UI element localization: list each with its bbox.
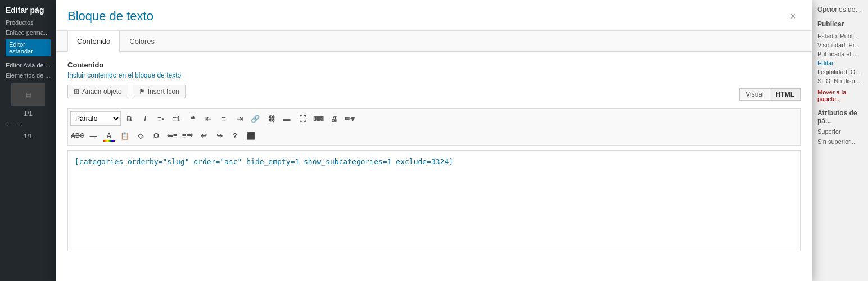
editar-link[interactable]: Editar [817, 60, 862, 66]
modal-header: Bloque de texto × [56, 0, 812, 31]
publicar-title: Publicar [817, 20, 862, 28]
add-object-label: Añadir objeto [82, 88, 122, 96]
outdent-button[interactable]: ⬅≡ [165, 128, 179, 143]
preview-icon: ▤ [26, 92, 31, 98]
visual-view-button[interactable]: Visual [739, 88, 769, 101]
next-arrow[interactable]: → [16, 120, 24, 129]
ordered-list-button[interactable]: ≡1 [169, 111, 184, 126]
editor-standard-btn[interactable]: Editor estándar [6, 39, 51, 56]
preview-box: ▤ [11, 83, 45, 106]
content-section-label: Contenido [67, 61, 801, 69]
add-object-icon: ⊞ [74, 88, 79, 96]
clear-format-button[interactable]: ◇ [133, 128, 148, 143]
link-button[interactable]: 🔗 [248, 111, 263, 126]
fullscreen-button[interactable]: ⛶ [295, 111, 310, 126]
paragraph-select[interactable]: Párrafo [70, 111, 121, 126]
html-view-button[interactable]: HTML [770, 88, 801, 101]
add-object-button[interactable]: ⊞ Añadir objeto [67, 85, 128, 98]
estado-status: Estado: Publi... [817, 33, 862, 39]
bottom-count: 1/1 [6, 133, 51, 139]
nav-arrows: ← → [6, 120, 51, 129]
toolbar-row-2: ABC — A 📋 ◇ Ω ⬅≡ ≡⮕ ↩ ↪ ? ⬛ [70, 128, 798, 143]
insert-icon-button[interactable]: ⚑ Insert Icon [133, 85, 186, 98]
special-char-button[interactable]: Ω [149, 128, 164, 143]
prev-arrow[interactable]: ← [6, 120, 13, 129]
editor-content-area[interactable]: [categories orderby="slug" order="asc" h… [67, 150, 801, 251]
modal-tabs: Contenido Colores [56, 31, 812, 52]
unordered-list-button[interactable]: ≡• [153, 111, 168, 126]
atributos-label: Atributos de pá... [817, 109, 862, 125]
visibilidad-status: Visibilidad: Pr... [817, 42, 862, 48]
page-count: 1/1 [6, 110, 51, 117]
source-button[interactable]: ⬛ [243, 128, 258, 143]
redo-button[interactable]: ↪ [212, 128, 227, 143]
pencil-button[interactable]: ✏▾ [342, 111, 357, 126]
breadcrumb: Productos [6, 19, 51, 26]
elements-label: Elementos de ... [6, 72, 51, 79]
tab-contenido[interactable]: Contenido [67, 31, 120, 52]
superior-label: Superior [817, 128, 862, 135]
sin-superior-label: Sin superior... [817, 138, 862, 145]
modal-body: Contenido Incluir contenido en el bloque… [56, 52, 812, 281]
blockquote-button[interactable]: ❝ [185, 111, 200, 126]
bold-button[interactable]: B [122, 111, 137, 126]
toolbar-row-1: Párrafo B I ≡• ≡1 ❝ ⇤ ≡ ⇥ 🔗 ⛓ ▬ ⛶ ⌨ 🖨 ✏▾ [70, 111, 798, 126]
editor-toolbar: Párrafo B I ≡• ≡1 ❝ ⇤ ≡ ⇥ 🔗 ⛓ ▬ ⛶ ⌨ 🖨 ✏▾ [67, 108, 801, 146]
shortcode-text: [categories orderby="slug" order="asc" h… [75, 157, 453, 166]
publicada-status: Publicada el... [817, 51, 862, 57]
page-title: Editar pág [6, 6, 51, 15]
print-button[interactable]: 🖨 [327, 111, 341, 126]
modal-close-button[interactable]: × [785, 9, 801, 24]
help-button[interactable]: ? [228, 128, 242, 143]
opciones-label: Opciones de... [817, 6, 862, 13]
tab-colores[interactable]: Colores [120, 31, 164, 52]
insert-icon-label: Insert Icon [148, 88, 179, 96]
mover-link[interactable]: Mover a la papele... [817, 89, 862, 102]
action-buttons: ⊞ Añadir objeto ⚑ Insert Icon [67, 85, 186, 98]
paste-button[interactable]: 📋 [117, 128, 132, 143]
content-section-sublabel: Incluir contenido en el bloque de texto [67, 71, 801, 79]
align-center-button[interactable]: ≡ [216, 111, 231, 126]
seo-status: SEO: No disp... [817, 78, 862, 84]
align-left-button[interactable]: ⇤ [201, 111, 215, 126]
permanent-link: Enlace perma... [6, 29, 51, 36]
insert-icon-symbol: ⚑ [139, 88, 145, 96]
legibilidad-status: Legibilidad: O... [817, 69, 862, 75]
modal-dialog: Bloque de texto × Contenido Colores Cont… [56, 0, 812, 281]
align-right-button[interactable]: ⇥ [232, 111, 247, 126]
keyboard-shortcut-button[interactable]: ⌨ [311, 111, 326, 126]
horizontal-rule-button[interactable]: ▬ [279, 111, 294, 126]
unlink-button[interactable]: ⛓ [264, 111, 278, 126]
horizontal-line-button[interactable]: — [86, 128, 101, 143]
italic-button[interactable]: I [138, 111, 152, 126]
modal-title: Bloque de texto [67, 9, 153, 24]
left-sidebar: Editar pág Productos Enlace perma... Edi… [0, 0, 56, 281]
undo-button[interactable]: ↩ [196, 128, 211, 143]
editor-avia-label: Editor Avia de ... [6, 62, 51, 69]
strikethrough-button[interactable]: ABC [70, 128, 85, 143]
indent-button[interactable]: ≡⮕ [180, 128, 195, 143]
right-sidebar: Opciones de... Publicar Estado: Publi...… [812, 0, 868, 281]
text-color-button[interactable]: A [102, 128, 116, 143]
view-toggle: Visual HTML [739, 88, 801, 101]
